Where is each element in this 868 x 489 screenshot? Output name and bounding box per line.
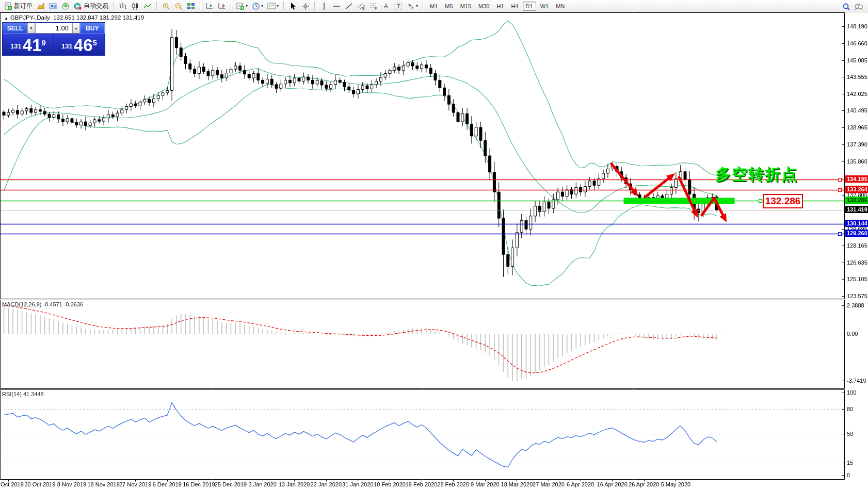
price-axis-tick: 143.555 [847, 74, 867, 80]
timeframe-button-w1[interactable]: W1 [537, 2, 552, 11]
sell-price-tile[interactable]: 131 41 9 [3, 34, 53, 55]
macd-label: MACD(12,26,9) -0.4571 -0.3636 [2, 301, 83, 307]
market-watch-button[interactable] [47, 1, 59, 12]
new-order-button[interactable]: 新订单 [2, 1, 35, 12]
buy-button[interactable]: BUY [80, 23, 105, 34]
date-axis-tick: 13 Jan 2020 [279, 481, 310, 487]
rsi-axis-tick: 50 [847, 431, 853, 437]
dropdown-caret-icon: ▾ [246, 4, 248, 8]
price-axis-tick: 145.085 [847, 57, 867, 63]
date-axis-tick: 6 Dec 2019 [153, 481, 182, 487]
auto-trading-button[interactable]: 自动交易 [72, 1, 110, 12]
arrows-tool-button[interactable]: ▾ [405, 1, 420, 12]
svg-text:A: A [384, 3, 388, 10]
tile-windows-button[interactable] [185, 1, 197, 12]
price-line-badge: 133.264 [845, 186, 868, 193]
templates-button[interactable]: ▾ [265, 1, 281, 12]
new-order-label: 新订单 [14, 2, 33, 10]
template-icon [267, 2, 276, 10]
trendline-button[interactable] [343, 1, 355, 12]
date-axis-tick: 18 Nov 2019 [87, 481, 119, 487]
svg-text:T: T [397, 3, 400, 9]
text-button[interactable]: A [380, 1, 392, 12]
volume-input[interactable]: 1.00 [35, 23, 72, 34]
timeframe-button-h4[interactable]: H4 [508, 2, 522, 11]
toolbar-separator [283, 2, 284, 10]
date-axis-tick: 10 Feb 2020 [374, 481, 406, 487]
indicators-button[interactable]: ▾ [234, 1, 250, 12]
chat-button[interactable] [853, 1, 865, 12]
zoom-in-button[interactable] [160, 1, 172, 12]
price-axis-tick: 126.635 [847, 259, 867, 266]
price-axis-tick: 140.495 [847, 107, 867, 113]
sell-price-point: 9 [42, 32, 46, 53]
date-axis-tick: 26 Apr 2020 [629, 481, 659, 487]
chart-ohlc-values: 132.651 132.847 131.292 131.419 [53, 14, 144, 21]
text-label-button[interactable]: T [392, 1, 405, 12]
zoom-out-icon [174, 2, 183, 10]
vertical-line-button[interactable] [318, 1, 330, 12]
macd-axis-tick: -3.7419 [847, 378, 866, 384]
price-line-badge: 131.419 [845, 206, 868, 213]
volume-decrease-button[interactable]: ▼ [27, 23, 35, 34]
fibonacci-button[interactable]: F [367, 1, 380, 12]
buy-price-tile[interactable]: 131 46 5 [54, 34, 104, 55]
signal-icon [61, 2, 70, 10]
horizontal-line-button[interactable] [330, 1, 343, 12]
buy-price-point: 5 [93, 32, 97, 53]
auto-trading-label: 自动交易 [84, 2, 108, 10]
toolbar-separator [113, 2, 114, 10]
navigator-button[interactable] [59, 1, 72, 12]
date-axis-tick: 16 Dec 2019 [183, 481, 215, 487]
toolbar-separator [156, 2, 157, 10]
price-axis-tick: 146.660 [847, 40, 867, 46]
cursor-button[interactable] [287, 1, 299, 12]
chat-icon [855, 3, 863, 11]
date-axis-tick: 19 Feb 2020 [406, 481, 438, 487]
level-price-label[interactable]: 132.286 [763, 194, 803, 208]
dropdown-caret-icon: ▾ [261, 4, 263, 8]
date-axis-tick: 16 Apr 2020 [597, 481, 628, 487]
auto-trading-icon [74, 2, 82, 10]
timeframe-button-h1[interactable]: H1 [493, 2, 507, 11]
chart-window-button[interactable] [35, 1, 47, 12]
turning-point-annotation[interactable]: 多空转折点 [715, 164, 798, 185]
volume-increase-button[interactable]: ▲ [72, 23, 80, 34]
sell-button[interactable]: SELL [3, 23, 27, 34]
price-axis-tick: 138.965 [847, 124, 867, 131]
crosshair-button[interactable] [299, 1, 312, 12]
timeframe-button-m5[interactable]: M5 [442, 2, 456, 11]
rsi-axis-tick: 15 [847, 460, 853, 466]
symbol-expander-icon[interactable]: ▲ [4, 16, 8, 21]
chart-shift-button[interactable] [216, 1, 228, 12]
equidistant-channel-button[interactable]: E [355, 1, 367, 12]
price-axis-tick: 137.390 [847, 141, 867, 148]
bar-chart-button[interactable] [117, 1, 129, 12]
crosshair-icon [301, 2, 310, 10]
chart-shift-icon [218, 2, 226, 10]
auto-scroll-button[interactable] [203, 1, 216, 12]
sell-price-pips: 41 [23, 38, 42, 53]
channel-icon: E [357, 2, 365, 10]
date-axis-tick: 9 Mar 2020 [471, 481, 500, 487]
cursor-icon [289, 2, 297, 10]
search-button[interactable] [840, 1, 853, 12]
price-axis-tick: 142.025 [847, 91, 867, 97]
timeframe-button-m15[interactable]: M15 [457, 2, 474, 11]
rsi-axis-tick: 0 [847, 472, 850, 478]
toolbar-separator [314, 2, 315, 10]
periods-button[interactable]: ▾ [250, 1, 265, 12]
line-chart-button[interactable] [141, 1, 154, 12]
dropdown-caret-icon: ▾ [416, 4, 418, 8]
candlestick-chart-button[interactable] [129, 1, 141, 12]
timeframe-button-d1[interactable]: D1 [523, 2, 536, 11]
zoom-out-button[interactable] [172, 1, 185, 12]
date-axis-tick: 30 Oct 2019 [24, 481, 55, 487]
chart-canvas[interactable] [0, 0, 868, 489]
timeframe-button-m30[interactable]: M30 [475, 2, 492, 11]
timeframe-button-mn[interactable]: MN [553, 2, 568, 11]
search-icon [842, 3, 850, 11]
toolbar: 新订单 自动交易 [0, 0, 868, 12]
timeframe-button-m1[interactable]: M1 [427, 2, 441, 11]
rsi-axis-tick: 100 [847, 389, 856, 396]
